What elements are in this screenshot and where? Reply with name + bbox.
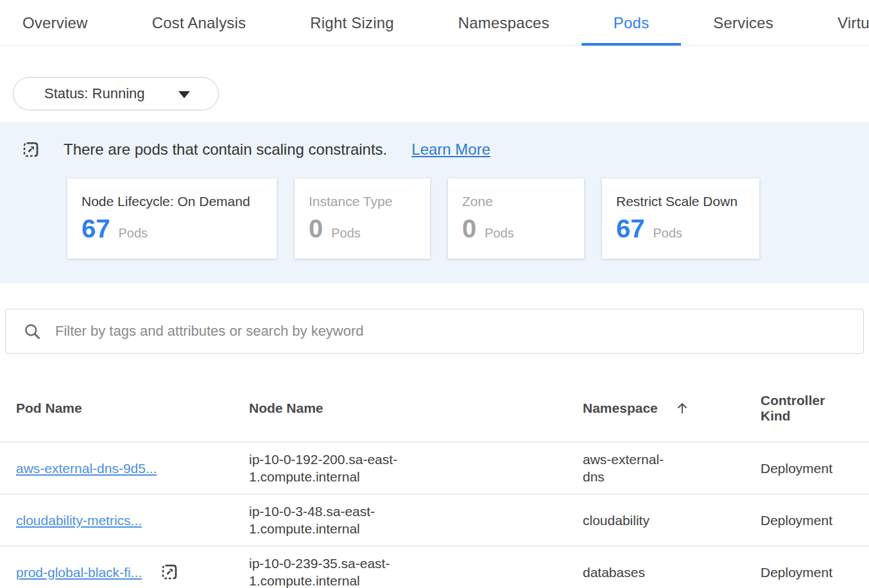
tab-label: Virtu [838, 14, 869, 32]
tab-cost-analysis[interactable]: Cost Analysis [120, 0, 279, 46]
pods-table: Pod Name Node Name Namespace Controller … [0, 354, 869, 588]
namespace-cell: aws-external-dns [583, 451, 761, 485]
tab-right-sizing[interactable]: Right Sizing [278, 0, 426, 46]
controller-kind-cell: Deployment [761, 460, 853, 477]
namespace-cell: cloudability [583, 512, 761, 529]
column-header-controller-kind[interactable]: Controller Kind [761, 393, 853, 424]
pod-name-link[interactable]: prod-global-black-fi... [16, 564, 142, 581]
pod-name-link[interactable]: cloudability-metrics... [16, 512, 142, 529]
card-unit-label: Pods [331, 226, 361, 241]
filter-row: Status: Running [13, 77, 869, 110]
constraint-card-node-lifecycle-on-demand[interactable]: Node Lifecycle: On Demand67Pods [67, 178, 277, 259]
card-pod-count: 67 [82, 216, 110, 241]
table-row: aws-external-dns-9d5...ip-10-0-192-200.s… [0, 442, 869, 494]
card-pod-count: 0 [462, 216, 476, 241]
search-icon [24, 323, 41, 340]
constraint-card-zone[interactable]: Zone0Pods [448, 178, 584, 259]
column-header-node-name[interactable]: Node Name [249, 393, 583, 424]
tab-label: Right Sizing [310, 14, 393, 32]
table-row: cloudability-metrics...ip-10-0-3-48.sa-e… [0, 494, 869, 546]
card-pod-count: 0 [309, 216, 323, 241]
pod-name-cell: cloudability-metrics... [16, 512, 249, 529]
card-unit-label: Pods [485, 226, 514, 241]
learn-more-link[interactable]: Learn More [411, 141, 490, 159]
card-unit-label: Pods [119, 226, 148, 241]
column-header-pod-name[interactable]: Pod Name [16, 393, 249, 424]
tab-label: Namespaces [458, 14, 549, 32]
table-body: aws-external-dns-9d5...ip-10-0-192-200.s… [0, 442, 869, 588]
tab-label: Cost Analysis [152, 14, 246, 32]
tab-label: Services [713, 14, 773, 32]
banner-message: There are pods that contain scaling cons… [64, 141, 387, 159]
tab-namespaces[interactable]: Namespaces [426, 0, 581, 46]
card-pod-count: 67 [616, 216, 645, 241]
status-filter-label: Status: Running [44, 85, 145, 102]
card-unit-label: Pods [653, 226, 683, 241]
table-header-row: Pod Name Node Name Namespace Controller … [0, 354, 869, 442]
kubernetes-pods-page: OverviewCost AnalysisRight SizingNamespa… [0, 0, 869, 588]
constraint-card-instance-type[interactable]: Instance Type0Pods [295, 178, 430, 259]
banner-header: There are pods that contain scaling cons… [0, 122, 869, 159]
namespace-cell: databases [583, 564, 761, 581]
search-filter-bar [5, 309, 864, 354]
sort-ascending-icon [675, 401, 690, 416]
node-name-cell: ip-10-0-3-48.sa-east-1.compute.internal [249, 503, 583, 537]
tab-overview[interactable]: Overview [0, 0, 120, 46]
controller-kind-cell: Deployment [761, 564, 853, 581]
tab-virtu[interactable]: Virtu [805, 0, 869, 46]
tab-services[interactable]: Services [681, 0, 805, 46]
constraint-card-restrict-scale-down[interactable]: Restrict Scale Down67Pods [602, 178, 759, 259]
search-input[interactable] [55, 323, 845, 340]
scaling-constraints-banner: There are pods that contain scaling cons… [0, 122, 869, 283]
table-row: prod-global-black-fi... ip-10-0-239-35.s… [0, 546, 869, 588]
controller-kind-cell: Deployment [761, 512, 853, 529]
tab-pods[interactable]: Pods [581, 0, 682, 46]
node-name-cell: ip-10-0-192-200.sa-east-1.compute.intern… [249, 451, 583, 485]
card-title: Node Lifecycle: On Demand [82, 194, 277, 209]
card-title: Instance Type [309, 194, 430, 209]
constraint-cards-row: Node Lifecycle: On Demand67PodsInstance … [67, 178, 869, 259]
column-header-namespace[interactable]: Namespace [583, 393, 761, 424]
caret-down-icon [178, 91, 190, 98]
tab-label: Pods [614, 14, 650, 32]
node-name-cell: ip-10-0-239-35.sa-east-1.compute.interna… [249, 555, 583, 588]
pod-name-cell: prod-global-black-fi... [16, 562, 249, 582]
scaling-constraint-icon [160, 562, 179, 582]
tab-bar: OverviewCost AnalysisRight SizingNamespa… [0, 0, 869, 46]
status-filter-dropdown[interactable]: Status: Running [13, 77, 219, 110]
scaling-constraint-icon [21, 140, 40, 159]
pod-name-link[interactable]: aws-external-dns-9d5... [16, 460, 157, 477]
pod-name-cell: aws-external-dns-9d5... [16, 460, 249, 477]
card-title: Zone [462, 194, 584, 209]
card-title: Restrict Scale Down [616, 194, 759, 209]
tab-label: Overview [22, 14, 88, 32]
